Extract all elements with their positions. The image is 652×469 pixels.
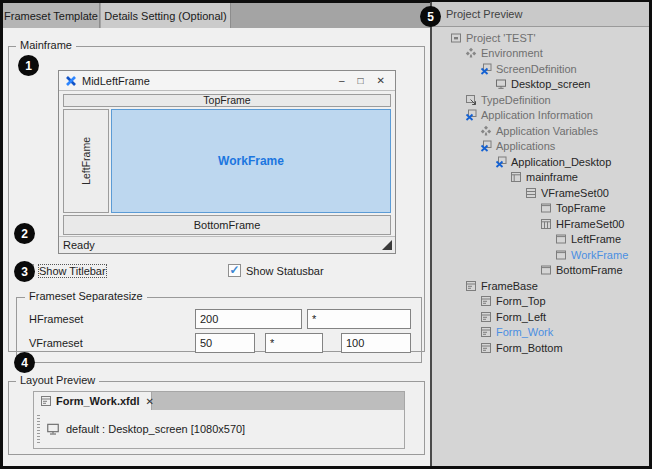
app-screen: Frameset Template Details Setting (Optio… [0,0,652,469]
hframeset-field-1[interactable]: 200 [195,309,302,329]
tree-item-vframeset00[interactable]: VFrameSet00 [432,185,649,201]
preview-statusbar: Ready [59,236,395,253]
tree-item-label: Applications [496,140,555,152]
minimize-icon[interactable]: – [335,75,349,86]
tree-item-mainframe[interactable]: mainframe [432,170,649,186]
tree-item-form-bottom[interactable]: Form_Bottom [432,340,649,356]
tree-item-label: BottomFrame [556,264,623,276]
tree-item-application-variables[interactable]: Application Variables [432,123,649,139]
tree-item-label: Form_Work [496,326,553,338]
vframeset-field-2[interactable]: * [265,333,323,353]
layout-default-screen-item[interactable]: default : Desktop_screen [1080x570] [66,423,245,435]
tab-close-icon[interactable]: ✕ [146,396,154,407]
preview-titlebar: MidLeftFrame – □ ✕ [59,71,395,91]
tab-frameset-template[interactable]: Frameset Template [3,3,100,28]
mainframe-group-label: Mainframe [16,39,76,51]
maximize-icon[interactable]: □ [354,75,368,86]
form-icon [465,280,477,292]
bottomframe-region[interactable]: BottomFrame [63,215,391,235]
tree-item-workframe[interactable]: WorkFrame [432,247,649,263]
hframeset-icon [540,218,552,230]
tree-item-application-desktop[interactable]: Application_Desktop [432,154,649,170]
details-setting-page: Mainframe MidLeftFrame – □ ✕ TopFrame Le… [3,28,430,466]
mainframe-group: MidLeftFrame – □ ✕ TopFrame LeftFrame Wo… [8,46,425,352]
tree-item-label: Project 'TEST' [466,32,536,44]
vframeset-field-3[interactable]: 100 [341,333,411,353]
tree-item-form-work[interactable]: Form_Work [432,325,649,341]
project-preview-panel: Project Preview Project 'TEST'Environmen… [430,2,649,466]
form-icon [480,311,492,323]
annotation-badge-4: 4 [14,352,35,373]
layout-preview-box: Form_Work.xfdl ✕ default : Desktop_scree… [33,391,405,449]
tree-item-bottomframe[interactable]: BottomFrame [432,263,649,279]
frame-icon [555,249,567,261]
tree-item-environment[interactable]: Environment [432,46,649,62]
tree-item-leftframe[interactable]: LeftFrame [432,232,649,248]
tree-item-label: Desktop_screen [511,78,591,90]
tree-item-label: mainframe [526,171,578,183]
tree-item-label: WorkFrame [571,249,628,261]
preview-window-title: MidLeftFrame [82,75,150,87]
tree-item-hframeset00[interactable]: HFrameSet00 [432,216,649,232]
nexacro-x-logo-icon [65,75,77,87]
tree-item-applications[interactable]: Applications [432,139,649,155]
checkbox-check-icon: ✓ [228,264,241,277]
tree-item-framebase[interactable]: FrameBase [432,278,649,294]
hframeset-field-2[interactable]: * [307,309,411,329]
tree-item-label: Form_Left [496,311,546,323]
form-work-tab[interactable]: Form_Work.xfdl ✕ [34,392,152,410]
tree-item-label: Application Variables [496,125,598,137]
tree-item-form-left[interactable]: Form_Left [432,309,649,325]
workframe-label: WorkFrame [218,154,284,168]
hframeset-label: HFrameset [29,313,83,325]
layout-preview-group: Form_Work.xfdl ✕ default : Desktop_scree… [8,381,425,455]
monitor-icon [495,78,507,90]
layout-preview-content: default : Desktop_screen [1080x570] [34,410,404,448]
vframeset-field-1[interactable]: 50 [195,333,255,353]
tree-item-label: HFrameSet00 [556,218,624,230]
window-x-icon [465,109,477,121]
frame-icon [540,264,552,276]
status-text: Ready [63,239,95,251]
project-preview-header: Project Preview [432,2,649,27]
close-icon[interactable]: ✕ [373,75,389,86]
resize-grip-icon[interactable] [382,240,392,250]
tab-strip: Frameset Template Details Setting (Optio… [3,3,430,28]
window-x-icon [480,63,492,75]
leftframe-region[interactable]: LeftFrame [63,109,109,213]
form-work-tab-label: Form_Work.xfdl [56,395,140,407]
tree-item-typedefinition[interactable]: TypeDefinition [432,92,649,108]
form-icon [480,326,492,338]
drag-grip-icon[interactable] [37,415,40,443]
workframe-region[interactable]: WorkFrame [111,109,391,213]
tree-item-screendefinition[interactable]: ScreenDefinition [432,61,649,77]
cluster-icon [465,47,477,59]
topframe-region[interactable]: TopFrame [63,94,391,107]
tree-item-label: Form_Top [496,295,546,307]
annotation-badge-1: 1 [18,55,39,76]
tree-item-project-test-[interactable]: Project 'TEST' [432,30,649,46]
separatesize-group-label: Frameset Separatesize [25,290,147,302]
tree-item-application-information[interactable]: Application Information [432,108,649,124]
tree-item-label: TypeDefinition [481,94,551,106]
window-x-icon [480,140,492,152]
leftframe-label: LeftFrame [80,137,92,185]
tree-item-label: Environment [481,47,543,59]
tree-item-label: VFrameSet00 [541,187,609,199]
tree-item-form-top[interactable]: Form_Top [432,294,649,310]
tree-item-label: Form_Bottom [496,342,563,354]
form-icon [40,395,52,407]
tree-item-topframe[interactable]: TopFrame [432,201,649,217]
tree-item-desktop-screen[interactable]: Desktop_screen [432,77,649,93]
project-tree: Project 'TEST'EnvironmentScreenDefinitio… [432,27,649,356]
show-statusbar-checkbox[interactable]: ✓ Show Statusbar [228,264,324,277]
tab-details-setting[interactable]: Details Setting (Optional) [101,3,231,28]
mainframe-icon [510,171,522,183]
annotation-badge-5: 5 [420,6,441,27]
show-titlebar-label: Show Titlebar [39,265,106,277]
layout-preview-group-label: Layout Preview [16,374,99,386]
typedef-icon [465,94,477,106]
tree-item-label: Application Information [481,109,593,121]
annotation-badge-2: 2 [14,223,35,244]
project-icon [450,32,462,44]
